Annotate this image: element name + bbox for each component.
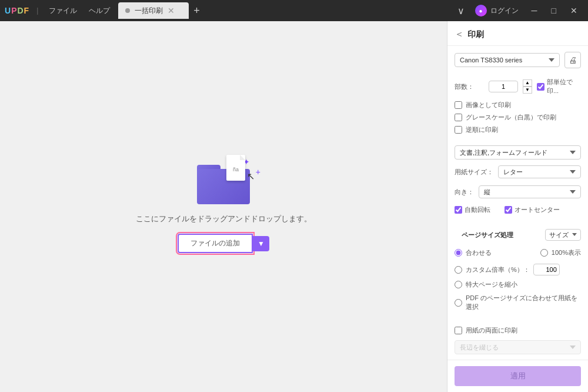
paper-size-label: 用紙サイズ： [455, 168, 493, 177]
orientation-label: 向き： [455, 188, 474, 197]
tab-batch-print[interactable]: 一括印刷 ✕ [118, 2, 189, 19]
copies-up[interactable]: ▲ [523, 79, 532, 87]
page-size-mode-select[interactable]: サイズ [545, 229, 581, 241]
orientation-select[interactable]: 縦 [479, 185, 581, 198]
auto-center-checkbox[interactable] [505, 206, 512, 214]
drop-area: ✦ ✦ + ña ↖ ここにファイルをドラッグアンドドロップします。 ファイルの… [136, 160, 312, 253]
titlebar-right: ∨ ● ログイン ─ □ ✕ [454, 4, 583, 18]
copies-down[interactable]: ▼ [523, 87, 532, 94]
doc-mode-select[interactable]: 文書,注釈,フォームフィールド [455, 145, 581, 160]
minimize-button[interactable]: ─ [526, 5, 543, 16]
custom-pct-row: カスタム倍率（%）： [447, 261, 588, 278]
avatar: ● [475, 5, 487, 16]
right-panel: ＜ 印刷 Canon TS8330 series 🖨 部数： ▲ ▼ 部単位で印… [447, 21, 588, 392]
unit-checkbox[interactable] [537, 83, 544, 91]
radio-100-row: 100%表示 [540, 247, 581, 259]
copies-input[interactable] [489, 81, 518, 92]
titlebar: UPDF | ファイル ヘルプ 一括印刷 ✕ + ∨ ● ログイン ─ □ ✕ [0, 0, 588, 21]
tab-close-icon[interactable]: ✕ [168, 6, 175, 15]
unit-label[interactable]: 部単位で印... [547, 78, 581, 95]
printer-select[interactable]: Canon TS8330 series [455, 53, 560, 67]
shrink-label[interactable]: 特大ページを縮小 [466, 280, 517, 289]
app-logo: UPDF [5, 6, 29, 15]
tab-label: 一括印刷 [135, 6, 163, 16]
chevron-down-icon[interactable]: ∨ [454, 4, 468, 18]
image-print-label[interactable]: 画像として印刷 [466, 101, 511, 109]
long-side-select[interactable]: 長辺を綴じる [455, 340, 581, 354]
reverse-row: 逆順に印刷 [447, 124, 588, 136]
custom-radio[interactable] [455, 266, 462, 274]
login-label: ログイン [490, 6, 519, 16]
login-button[interactable]: ● ログイン [470, 4, 523, 18]
apply-button[interactable]: 適用 [455, 366, 581, 386]
unit-checkbox-row: 部単位で印... [537, 78, 581, 95]
copies-label: 部数： [455, 82, 484, 91]
pdf-size-label[interactable]: PDF のページサイズに合わせて用紙を選択 [466, 294, 581, 311]
both-sides-label[interactable]: 用紙の両面に印刷 [466, 326, 517, 335]
back-button[interactable]: ＜ [455, 28, 464, 41]
menu-file[interactable]: ファイル [45, 5, 81, 17]
add-file-row: ファイルの追加 ▼ [178, 234, 269, 253]
folder-icon: ✦ ✦ + ña ↖ [197, 160, 250, 204]
hundred-radio[interactable] [540, 249, 548, 257]
menu-help[interactable]: ヘルプ [85, 5, 113, 17]
drop-text: ここにファイルをドラッグアンドドロップします。 [136, 214, 312, 224]
fit-radio[interactable] [455, 249, 462, 257]
image-print-checkbox[interactable] [455, 101, 462, 109]
tab-add-button[interactable]: + [190, 5, 203, 17]
both-sides-row: 用紙の両面に印刷 [447, 323, 588, 338]
copies-row: 部数： ▲ ▼ 部単位で印... [447, 74, 588, 99]
grayscale-label[interactable]: グレースケール（白黒）で印刷 [466, 113, 556, 122]
printer-icon-button[interactable]: 🖨 [564, 52, 581, 68]
grayscale-checkbox[interactable] [455, 114, 462, 121]
left-panel: ✦ ✦ + ña ↖ ここにファイルをドラッグアンドドロップします。 ファイルの… [0, 21, 447, 392]
main-layout: ✦ ✦ + ña ↖ ここにファイルをドラッグアンドドロップします。 ファイルの… [0, 21, 588, 392]
title-sep: | [36, 6, 38, 15]
pdf-size-row: PDF のページサイズに合わせて用紙を選択 [447, 291, 588, 314]
fit-100-row: 合わせる 100%表示 [447, 244, 588, 261]
add-file-dropdown[interactable]: ▼ [253, 236, 269, 251]
apply-btn-container: 適用 [447, 360, 588, 392]
panel-title: 印刷 [467, 29, 484, 40]
shrink-row: 特大ページを縮小 [447, 278, 588, 291]
page-size-section-label: ページサイズ処理 [455, 227, 520, 242]
copies-spinner: ▲ ▼ [523, 79, 532, 94]
pdf-size-radio[interactable] [455, 299, 462, 307]
document-icon: ña [226, 155, 245, 181]
auto-rotate-checkbox[interactable] [455, 206, 462, 214]
tab-bar: 一括印刷 ✕ + [118, 2, 449, 19]
reverse-label[interactable]: 逆順に印刷 [466, 125, 498, 134]
shrink-radio[interactable] [455, 281, 462, 288]
maximize-button[interactable]: □ [546, 5, 562, 16]
page-size-section-row: ページサイズ処理 サイズ [447, 225, 588, 244]
hundred-label[interactable]: 100%表示 [552, 248, 581, 257]
reverse-checkbox[interactable] [455, 126, 462, 134]
tab-dot [125, 8, 130, 13]
radio-fit-row: 合わせる [455, 247, 492, 259]
custom-value-input[interactable] [533, 264, 560, 275]
folder-body: ña [197, 169, 250, 204]
grayscale-row: グレースケール（白黒）で印刷 [447, 111, 588, 124]
printer-row: Canon TS8330 series 🖨 [447, 46, 588, 74]
auto-row: 自動回転 オートセンター [447, 202, 588, 218]
fit-label[interactable]: 合わせる [466, 248, 492, 257]
close-button[interactable]: ✕ [564, 5, 583, 16]
sparkle-icon-3: + [256, 167, 260, 177]
panel-header: ＜ 印刷 [447, 21, 588, 46]
cursor-icon: ↖ [247, 171, 255, 200]
custom-label[interactable]: カスタム倍率（%）： [466, 265, 530, 274]
orientation-row: 向き： 縦 [447, 182, 588, 202]
paper-size-select[interactable]: レター [498, 165, 581, 178]
both-sides-checkbox[interactable] [455, 327, 462, 334]
add-file-button[interactable]: ファイルの追加 [178, 234, 253, 253]
paper-size-row: 用紙サイズ： レター [447, 162, 588, 182]
image-print-row: 画像として印刷 [447, 99, 588, 111]
auto-rotate-label[interactable]: 自動回転 [465, 205, 490, 214]
auto-center-label[interactable]: オートセンター [514, 205, 560, 214]
